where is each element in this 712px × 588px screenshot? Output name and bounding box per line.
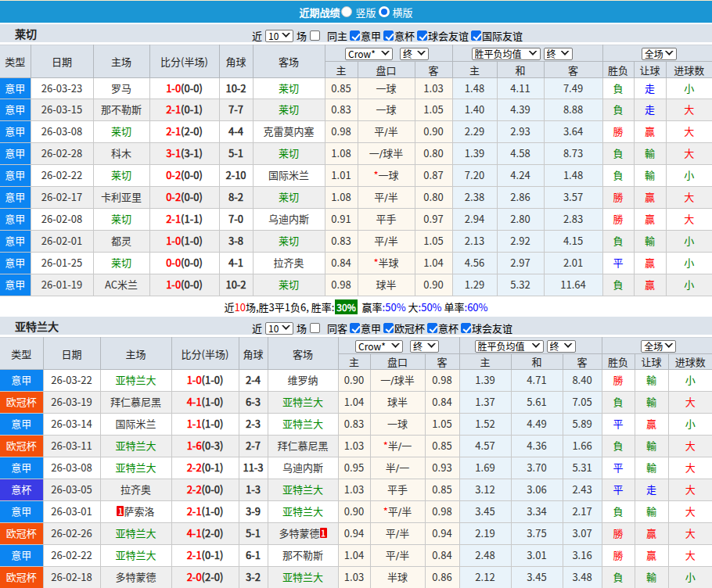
away-team-cell[interactable]: 莱切 [253, 187, 325, 209]
away-team-cell[interactable]: 亚特兰大 [268, 567, 338, 588]
sub-header-6: 胜负 [602, 62, 634, 78]
score-halftime: (2-0) [181, 124, 203, 138]
home-team-cell[interactable]: 拉齐奥 [100, 479, 171, 501]
league-checkbox-1[interactable] [383, 323, 394, 333]
away-team-cell[interactable]: 莱切 [253, 78, 325, 99]
odds-time-select[interactable]: 终 [544, 48, 573, 60]
league-type-cell: 欧冠杯 [0, 392, 43, 414]
away-team-cell[interactable]: 莱切 [253, 99, 325, 121]
away-team-cell[interactable]: 亚特兰大 [268, 479, 338, 501]
away-team-cell[interactable]: 亚特兰大 [268, 501, 338, 523]
match-count-select[interactable]: 10 [265, 322, 293, 335]
away-team-cell[interactable]: 莱切 [253, 231, 325, 253]
league-checkbox-2[interactable] [427, 323, 437, 333]
away-team-cell[interactable]: 乌迪内斯 [253, 209, 325, 231]
summary-text: :50% [383, 299, 406, 314]
score-cell: 0-2(0-0) [149, 187, 219, 209]
same-venue-checkbox[interactable] [310, 323, 320, 333]
layout-radio-vertical[interactable]: 竖版 [341, 5, 376, 20]
league-label-3[interactable]: 球会友谊 [472, 321, 512, 335]
home-team-cell[interactable]: 罗马 [93, 78, 149, 99]
away-team-cell[interactable]: 莱切 [253, 143, 325, 165]
league-checkbox-3[interactable] [471, 30, 481, 41]
home-team-cell[interactable]: 亚特兰大 [100, 523, 171, 545]
match-count-select[interactable]: 10 [265, 30, 293, 42]
handicap-home-odds-cell: 0.84 [325, 253, 358, 274]
bookmaker-select[interactable]: Crow* [345, 48, 393, 60]
league-checkbox-1[interactable] [383, 30, 394, 41]
odds-time-select[interactable]: 终 [547, 340, 576, 353]
home-team-cell[interactable]: 莱切 [93, 253, 149, 274]
radio-horizontal-label[interactable]: 横版 [393, 5, 413, 20]
home-team-cell[interactable]: 亚特兰大 [100, 545, 171, 567]
handicap-time-select[interactable]: 终 [410, 340, 439, 353]
league-checkbox-0[interactable] [350, 30, 360, 41]
away-team-cell[interactable]: 亚特兰大 [268, 392, 338, 414]
home-team-cell[interactable]: 拜仁慕尼黑 [100, 392, 171, 414]
home-team-cell[interactable]: 科木 [93, 143, 149, 165]
home-team-cell[interactable]: 那不勒斯 [93, 99, 149, 121]
home-team-cell[interactable]: 多特蒙德 [100, 567, 171, 588]
home-team-cell[interactable]: 莱切 [93, 209, 149, 231]
result-cell: 負 [602, 567, 635, 588]
table-row: 意杯26-03-05拉齐奥2-2(0-0)1-3亚特兰大1.03平手0.853.… [0, 479, 712, 501]
away-team-cell[interactable]: 维罗纳 [268, 370, 338, 392]
score-fulltime: 0-2 [166, 167, 181, 182]
header-row-groups: 类型日期主场比分(半场)角球客场Crow*终胜平负均值终全场 [0, 45, 712, 62]
radio-checked-icon[interactable] [379, 6, 390, 17]
home-team-cell[interactable]: 亚特兰大 [100, 457, 171, 479]
handicap-time-select[interactable]: 终 [400, 48, 429, 60]
league-label-0[interactable]: 意甲 [361, 28, 381, 43]
date-cell: 26-01-25 [31, 253, 93, 274]
home-team-cell[interactable]: 卡利亚里 [93, 187, 149, 209]
score-halftime: (0-0) [181, 81, 203, 95]
euro-odds-cell-0: 2.94 [452, 209, 497, 231]
home-team-cell[interactable]: 国际米兰 [100, 414, 171, 436]
bookmaker-select[interactable]: Crow* [355, 340, 403, 353]
league-checkbox-2[interactable] [417, 30, 427, 41]
page: 近期战绩 竖版 横版 莱切近10场同主意甲意杯球会友谊国际友谊类型日期主场比分(… [0, 0, 712, 588]
home-team-cell[interactable]: 莱切 [93, 165, 149, 187]
league-label-2[interactable]: 球会友谊 [428, 28, 469, 43]
score-fulltime: 3-1 [166, 145, 181, 160]
euro-odds-cell-1: 4.71 [511, 370, 563, 392]
away-team-name: 亚特兰大 [282, 394, 323, 409]
same-venue-label[interactable]: 同主 [327, 28, 347, 43]
away-team-cell[interactable]: 拉齐奥 [253, 253, 325, 274]
scope-select-group: 全场 [642, 46, 677, 61]
header-row-groups: 类型日期主场比分(半场)角球客场Crow*终胜平负均值终全场 [0, 338, 712, 354]
away-team-cell[interactable]: 克雷莫内塞 [253, 121, 325, 143]
league-checkbox-3[interactable] [461, 323, 471, 333]
home-team-cell[interactable]: 亚特兰大 [100, 436, 171, 457]
scope-select[interactable]: 全场 [641, 340, 676, 353]
radio-unchecked-icon[interactable] [341, 6, 352, 17]
away-team-cell[interactable]: 多特蒙德1 [268, 523, 338, 545]
layout-radio-horizontal[interactable]: 横版 [379, 5, 413, 20]
sub-header-3: 主 [452, 62, 497, 78]
league-label-3[interactable]: 国际友谊 [482, 28, 523, 43]
odds-average-select[interactable]: 胜平负均值 [472, 48, 541, 60]
radio-vertical-label[interactable]: 竖版 [355, 5, 376, 20]
scope-select[interactable]: 全场 [642, 48, 677, 60]
same-venue-checkbox[interactable] [310, 30, 320, 41]
league-label-1[interactable]: 意杯 [394, 28, 415, 43]
same-venue-label[interactable]: 同客 [327, 321, 347, 335]
home-team-cell[interactable]: 1萨索洛 [100, 501, 171, 523]
odds-average-select[interactable]: 胜平负均值 [475, 340, 544, 353]
league-label-1[interactable]: 欧冠杯 [394, 321, 425, 335]
home-team-cell[interactable]: 亚特兰大 [100, 370, 171, 392]
away-team-cell[interactable]: 亚特兰大 [268, 414, 338, 436]
away-team-cell[interactable]: 乌迪内斯 [268, 457, 338, 479]
away-team-cell[interactable]: 那不勒斯 [268, 545, 338, 567]
away-team-cell[interactable]: 国际米兰 [253, 165, 325, 187]
league-checkbox-0[interactable] [350, 323, 360, 333]
handicap-cell: 一/球半 [358, 143, 415, 165]
home-team-cell[interactable]: AC米兰 [93, 274, 149, 296]
handicap-result-cell: 走 [634, 78, 666, 99]
away-team-cell[interactable]: 莱切 [253, 274, 325, 296]
home-team-cell[interactable]: 都灵 [93, 231, 149, 253]
away-team-cell[interactable]: 拜仁慕尼黑 [268, 436, 338, 457]
league-label-0[interactable]: 意甲 [361, 321, 381, 335]
home-team-cell[interactable]: 莱切 [93, 121, 149, 143]
league-label-2[interactable]: 意杯 [438, 321, 458, 335]
